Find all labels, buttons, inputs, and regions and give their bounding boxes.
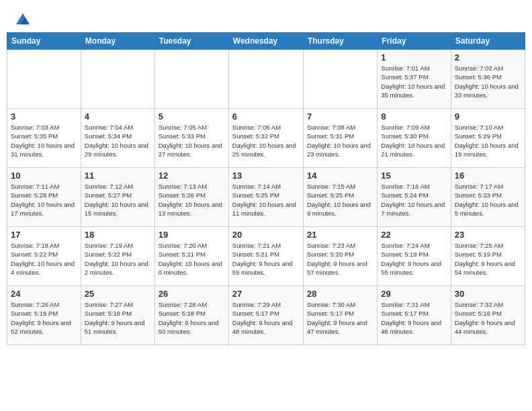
day-detail: Sunrise: 7:20 AM Sunset: 5:21 PM Dayligh… (159, 241, 225, 277)
day-detail: Sunrise: 7:05 AM Sunset: 5:33 PM Dayligh… (159, 123, 225, 158)
calendar-cell: 30Sunrise: 7:32 AM Sunset: 5:16 PM Dayli… (451, 286, 525, 345)
calendar-cell: 29Sunrise: 7:31 AM Sunset: 5:17 PM Dayli… (378, 286, 451, 345)
calendar-cell: 27Sunrise: 7:29 AM Sunset: 5:17 PM Dayli… (228, 286, 303, 345)
day-detail: Sunrise: 7:31 AM Sunset: 5:17 PM Dayligh… (381, 300, 447, 336)
day-number: 13 (232, 171, 300, 181)
day-number: 11 (85, 171, 151, 181)
calendar-cell: 16Sunrise: 7:17 AM Sunset: 5:23 PM Dayli… (451, 168, 525, 227)
day-number: 4 (85, 111, 151, 122)
day-detail: Sunrise: 7:13 AM Sunset: 5:26 PM Dayligh… (159, 182, 225, 218)
day-detail: Sunrise: 7:19 AM Sunset: 5:22 PM Dayligh… (85, 241, 151, 277)
calendar-cell: 2Sunrise: 7:02 AM Sunset: 5:36 PM Daylig… (451, 50, 525, 109)
day-detail: Sunrise: 7:12 AM Sunset: 5:27 PM Dayligh… (85, 182, 151, 218)
calendar-cell: 19Sunrise: 7:20 AM Sunset: 5:21 PM Dayli… (154, 227, 228, 286)
calendar-cell: 6Sunrise: 7:06 AM Sunset: 5:32 PM Daylig… (228, 109, 303, 168)
day-detail: Sunrise: 7:17 AM Sunset: 5:23 PM Dayligh… (455, 182, 521, 218)
day-detail: Sunrise: 7:10 AM Sunset: 5:29 PM Dayligh… (455, 123, 521, 158)
day-detail: Sunrise: 7:26 AM Sunset: 5:19 PM Dayligh… (11, 300, 77, 336)
day-detail: Sunrise: 7:02 AM Sunset: 5:36 PM Dayligh… (455, 64, 521, 99)
day-detail: Sunrise: 7:21 AM Sunset: 5:21 PM Dayligh… (232, 241, 300, 277)
logo-icon (16, 12, 30, 26)
calendar-header-row: SundayMondayTuesdayWednesdayThursdayFrid… (7, 33, 525, 50)
day-number: 25 (85, 289, 151, 299)
day-number: 15 (381, 171, 447, 181)
calendar-cell: 3Sunrise: 7:03 AM Sunset: 5:35 PM Daylig… (7, 109, 81, 168)
calendar-week-row: 24Sunrise: 7:26 AM Sunset: 5:19 PM Dayli… (7, 286, 525, 345)
calendar-week-row: 1Sunrise: 7:01 AM Sunset: 5:37 PM Daylig… (7, 50, 525, 109)
logo (13, 12, 31, 26)
day-number: 7 (307, 111, 373, 122)
calendar-week-row: 10Sunrise: 7:11 AM Sunset: 5:28 PM Dayli… (7, 168, 525, 227)
day-number: 2 (455, 52, 521, 62)
day-number: 17 (11, 230, 77, 240)
day-detail: Sunrise: 7:18 AM Sunset: 5:22 PM Dayligh… (11, 241, 77, 277)
day-number: 22 (381, 230, 447, 240)
calendar-week-row: 3Sunrise: 7:03 AM Sunset: 5:35 PM Daylig… (7, 109, 525, 168)
day-detail: Sunrise: 7:08 AM Sunset: 5:31 PM Dayligh… (307, 123, 373, 158)
day-detail: Sunrise: 7:01 AM Sunset: 5:37 PM Dayligh… (381, 64, 447, 99)
calendar-cell: 11Sunrise: 7:12 AM Sunset: 5:27 PM Dayli… (81, 168, 154, 227)
day-detail: Sunrise: 7:32 AM Sunset: 5:16 PM Dayligh… (455, 300, 521, 336)
page-header (7, 7, 525, 30)
calendar-cell: 28Sunrise: 7:30 AM Sunset: 5:17 PM Dayli… (303, 286, 377, 345)
calendar-cell: 18Sunrise: 7:19 AM Sunset: 5:22 PM Dayli… (81, 227, 154, 286)
day-number: 26 (159, 289, 225, 299)
calendar-cell: 25Sunrise: 7:27 AM Sunset: 5:18 PM Dayli… (81, 286, 154, 345)
day-number: 21 (307, 230, 373, 240)
day-detail: Sunrise: 7:09 AM Sunset: 5:30 PM Dayligh… (381, 123, 447, 158)
day-number: 1 (381, 52, 447, 62)
calendar-cell (81, 50, 154, 109)
day-detail: Sunrise: 7:29 AM Sunset: 5:17 PM Dayligh… (232, 300, 300, 336)
day-detail: Sunrise: 7:06 AM Sunset: 5:32 PM Dayligh… (232, 123, 300, 158)
calendar-cell: 14Sunrise: 7:15 AM Sunset: 5:25 PM Dayli… (303, 168, 377, 227)
day-number: 30 (455, 289, 521, 299)
day-of-week-header: Tuesday (154, 33, 228, 50)
day-detail: Sunrise: 7:04 AM Sunset: 5:34 PM Dayligh… (85, 123, 151, 158)
day-number: 24 (11, 289, 77, 299)
calendar-cell: 20Sunrise: 7:21 AM Sunset: 5:21 PM Dayli… (228, 227, 303, 286)
day-detail: Sunrise: 7:11 AM Sunset: 5:28 PM Dayligh… (11, 182, 77, 218)
day-detail: Sunrise: 7:14 AM Sunset: 5:25 PM Dayligh… (232, 182, 300, 218)
calendar-cell: 26Sunrise: 7:28 AM Sunset: 5:18 PM Dayli… (154, 286, 228, 345)
day-number: 5 (159, 111, 225, 122)
calendar-cell: 23Sunrise: 7:25 AM Sunset: 5:19 PM Dayli… (451, 227, 525, 286)
day-of-week-header: Thursday (303, 33, 377, 50)
day-of-week-header: Saturday (451, 33, 525, 50)
day-number: 28 (307, 289, 373, 299)
day-number: 27 (232, 289, 300, 299)
calendar-cell: 17Sunrise: 7:18 AM Sunset: 5:22 PM Dayli… (7, 227, 81, 286)
calendar-table: SundayMondayTuesdayWednesdayThursdayFrid… (7, 32, 525, 345)
day-number: 6 (232, 111, 300, 122)
day-number: 29 (381, 289, 447, 299)
calendar-cell (228, 50, 303, 109)
calendar-cell: 9Sunrise: 7:10 AM Sunset: 5:29 PM Daylig… (451, 109, 525, 168)
day-of-week-header: Wednesday (228, 33, 303, 50)
calendar-cell: 22Sunrise: 7:24 AM Sunset: 5:19 PM Dayli… (378, 227, 451, 286)
day-number: 18 (85, 230, 151, 240)
day-detail: Sunrise: 7:16 AM Sunset: 5:24 PM Dayligh… (381, 182, 447, 218)
day-number: 8 (381, 111, 447, 122)
calendar-cell: 7Sunrise: 7:08 AM Sunset: 5:31 PM Daylig… (303, 109, 377, 168)
calendar-cell: 1Sunrise: 7:01 AM Sunset: 5:37 PM Daylig… (378, 50, 451, 109)
day-detail: Sunrise: 7:28 AM Sunset: 5:18 PM Dayligh… (159, 300, 225, 336)
day-of-week-header: Monday (81, 33, 154, 50)
day-detail: Sunrise: 7:25 AM Sunset: 5:19 PM Dayligh… (455, 241, 521, 277)
day-number: 23 (455, 230, 521, 240)
day-number: 19 (159, 230, 225, 240)
calendar-cell: 13Sunrise: 7:14 AM Sunset: 5:25 PM Dayli… (228, 168, 303, 227)
day-detail: Sunrise: 7:30 AM Sunset: 5:17 PM Dayligh… (307, 300, 373, 336)
day-number: 14 (307, 171, 373, 181)
calendar-cell: 5Sunrise: 7:05 AM Sunset: 5:33 PM Daylig… (154, 109, 228, 168)
day-number: 3 (11, 111, 77, 122)
day-number: 9 (455, 111, 521, 122)
calendar-cell: 10Sunrise: 7:11 AM Sunset: 5:28 PM Dayli… (7, 168, 81, 227)
calendar-cell: 15Sunrise: 7:16 AM Sunset: 5:24 PM Dayli… (378, 168, 451, 227)
day-detail: Sunrise: 7:24 AM Sunset: 5:19 PM Dayligh… (381, 241, 447, 277)
day-detail: Sunrise: 7:03 AM Sunset: 5:35 PM Dayligh… (11, 123, 77, 158)
calendar-cell: 21Sunrise: 7:23 AM Sunset: 5:20 PM Dayli… (303, 227, 377, 286)
day-number: 20 (232, 230, 300, 240)
day-detail: Sunrise: 7:15 AM Sunset: 5:25 PM Dayligh… (307, 182, 373, 218)
calendar-cell: 4Sunrise: 7:04 AM Sunset: 5:34 PM Daylig… (81, 109, 154, 168)
day-number: 12 (159, 171, 225, 181)
calendar-cell (303, 50, 377, 109)
